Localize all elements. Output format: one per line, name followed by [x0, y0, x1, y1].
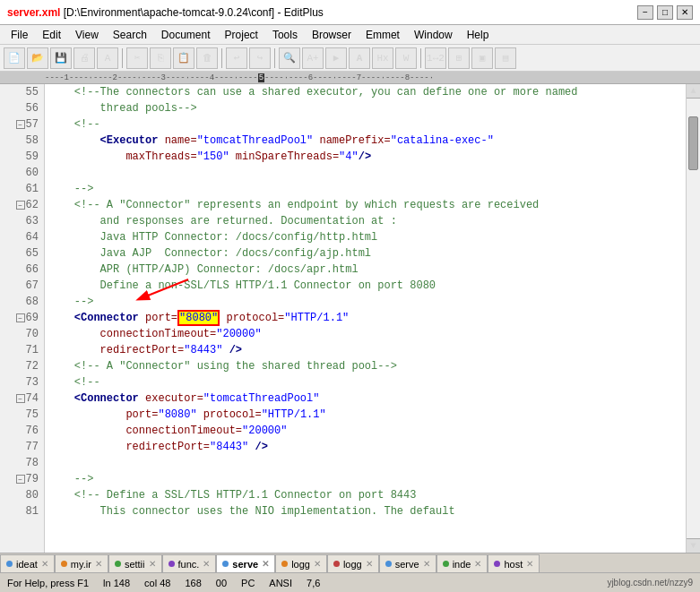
- tab-inde[interactable]: inde ✕: [436, 554, 488, 572]
- toolbar-btn-A[interactable]: A: [349, 47, 370, 69]
- menu-project[interactable]: Project: [218, 27, 265, 43]
- tab-close-logg2[interactable]: ✕: [366, 559, 373, 569]
- code-line-73[interactable]: <!--: [45, 374, 686, 390]
- menu-window[interactable]: Window: [407, 27, 460, 43]
- code-line-63[interactable]: and responses are returned. Documentatio…: [45, 213, 686, 229]
- redo-button[interactable]: ↪: [249, 47, 271, 69]
- code-line-69[interactable]: <Connector port="8080" protocol="HTTP/1.…: [45, 310, 686, 326]
- tab-settii[interactable]: settii ✕: [108, 554, 162, 572]
- code-line-60[interactable]: [45, 165, 686, 181]
- toolbar-btn-acd[interactable]: ⊞: [448, 47, 470, 69]
- paste-button[interactable]: 📋: [173, 47, 194, 69]
- code-line-64[interactable]: Java HTTP Connector: /docs/config/http.h…: [45, 229, 686, 245]
- minimize-button[interactable]: −: [637, 5, 653, 20]
- tab-close-serve2[interactable]: ✕: [423, 559, 430, 569]
- tab-close-myir[interactable]: ✕: [95, 559, 102, 569]
- code-line-68[interactable]: -->: [45, 294, 686, 310]
- code-line-76[interactable]: connectionTimeout="20000": [45, 423, 686, 439]
- save-file-button[interactable]: 💾: [50, 47, 72, 69]
- menu-search[interactable]: Search: [106, 27, 154, 43]
- status-logo: yjblog.csdn.net/nzzy9: [607, 578, 693, 588]
- code-line-77[interactable]: redirectPort="8443" />: [45, 439, 686, 455]
- open-file-button[interactable]: 📂: [27, 47, 48, 69]
- fold-57[interactable]: −: [16, 120, 25, 129]
- scroll-down-button[interactable]: ▼: [687, 538, 700, 553]
- tab-close-host[interactable]: ✕: [526, 559, 533, 569]
- cut-button[interactable]: ✂: [126, 47, 148, 69]
- tab-close-logg1[interactable]: ✕: [314, 559, 321, 569]
- code-line-75[interactable]: port="8080" protocol="HTTP/1.1": [45, 407, 686, 423]
- menu-document[interactable]: Document: [154, 27, 218, 43]
- tab-close-serve1[interactable]: ✕: [262, 559, 269, 569]
- fold-62[interactable]: −: [16, 201, 25, 210]
- undo-button[interactable]: ↩: [226, 47, 247, 69]
- code-line-66[interactable]: APR (HTTP/AJP) Connector: /docs/apr.html: [45, 262, 686, 278]
- toolbar-btn-W[interactable]: W: [395, 47, 417, 69]
- code-line-59[interactable]: maxThreads="150" minSpareThreads="4"/>: [45, 149, 686, 165]
- code-line-79[interactable]: -->: [45, 471, 686, 487]
- toolbar-btn-Hx[interactable]: Hx: [372, 47, 393, 69]
- code-line-78[interactable]: [45, 455, 686, 471]
- copy-button[interactable]: ⎘: [150, 47, 171, 69]
- tab-ideat[interactable]: ideat ✕: [0, 554, 55, 572]
- code-line-71[interactable]: redirectPort="8443" />: [45, 342, 686, 358]
- tab-logg2[interactable]: logg ✕: [327, 554, 379, 572]
- fold-74[interactable]: −: [16, 394, 25, 403]
- scroll-up-button[interactable]: ▲: [687, 84, 700, 99]
- tab-serve1[interactable]: serve ✕: [216, 554, 275, 572]
- tab-host[interactable]: host ✕: [488, 554, 540, 572]
- tab-close-settii[interactable]: ✕: [149, 559, 156, 569]
- tab-func[interactable]: func. ✕: [162, 554, 217, 572]
- tab-close-inde[interactable]: ✕: [474, 559, 481, 569]
- line-num-69: −69: [0, 310, 44, 326]
- search-replace-button[interactable]: A+: [302, 47, 324, 69]
- toolbar-btn5[interactable]: A: [97, 47, 118, 69]
- code-content-69: <Connector port="8080" protocol="HTTP/1.…: [48, 312, 349, 324]
- code-line-61[interactable]: -->: [45, 181, 686, 197]
- code-line-58[interactable]: <Executor name="tomcatThreadPool" namePr…: [45, 133, 686, 149]
- tab-close-func[interactable]: ✕: [203, 559, 210, 569]
- line-num-72: 72: [0, 358, 44, 374]
- toolbar-btn-12[interactable]: 1↔2: [425, 47, 446, 69]
- toolbar-btn-screen1[interactable]: ▣: [471, 47, 493, 69]
- line-num-79: −79: [0, 471, 44, 487]
- fold-79[interactable]: −: [16, 475, 25, 484]
- code-line-55[interactable]: <!--The connectors can use a shared exec…: [45, 84, 686, 100]
- window-controls[interactable]: − □ ✕: [637, 5, 693, 20]
- code-line-57[interactable]: <!--: [45, 116, 686, 133]
- print-button[interactable]: 🖨: [73, 47, 95, 69]
- menu-file[interactable]: File: [4, 27, 35, 43]
- code-area[interactable]: <!--The connectors can use a shared exec…: [45, 84, 686, 553]
- menu-tools[interactable]: Tools: [265, 27, 305, 43]
- search-button[interactable]: 🔍: [279, 47, 300, 69]
- tab-logg1[interactable]: logg ✕: [275, 554, 327, 572]
- menu-view[interactable]: View: [68, 27, 106, 43]
- vertical-scrollbar[interactable]: ▲ ▼: [686, 84, 700, 553]
- tab-close-ideat[interactable]: ✕: [41, 559, 48, 569]
- menu-edit[interactable]: Edit: [35, 27, 68, 43]
- filepath: [D:\Environment\apache-tomcat-9.0.24\con…: [64, 6, 324, 19]
- menu-help[interactable]: Help: [460, 27, 497, 43]
- toolbar-btn-go[interactable]: ▶: [325, 47, 347, 69]
- code-line-65[interactable]: Java AJP Connector: /docs/config/ajp.htm…: [45, 245, 686, 262]
- close-button[interactable]: ✕: [677, 5, 693, 20]
- tab-myir[interactable]: my.ir ✕: [55, 554, 108, 572]
- new-file-button[interactable]: 📄: [4, 47, 25, 69]
- code-line-56[interactable]: thread pools-->: [45, 100, 686, 116]
- code-line-62[interactable]: <!-- A "Connector" represents an endpoin…: [45, 197, 686, 213]
- fold-69[interactable]: −: [16, 313, 25, 322]
- code-line-74[interactable]: <Connector executor="tomcatThreadPool": [45, 390, 686, 407]
- delete-button[interactable]: 🗑: [196, 47, 218, 69]
- code-line-80[interactable]: <!-- Define a SSL/TLS HTTP/1.1 Connector…: [45, 487, 686, 503]
- code-line-81[interactable]: This connector uses the NIO implementati…: [45, 503, 686, 519]
- code-line-72[interactable]: <!-- A "Connector" using the shared thre…: [45, 358, 686, 374]
- menu-emmet[interactable]: Emmet: [359, 27, 407, 43]
- maximize-button[interactable]: □: [657, 5, 673, 20]
- code-line-70[interactable]: connectionTimeout="20000": [45, 326, 686, 342]
- code-content-66: APR (HTTP/AJP) Connector: /docs/apr.html: [48, 263, 359, 276]
- menu-browser[interactable]: Browser: [305, 27, 359, 43]
- scroll-thumb[interactable]: [688, 116, 698, 170]
- toolbar-btn-screen2[interactable]: ▤: [495, 47, 516, 69]
- tab-serve2[interactable]: serve ✕: [379, 554, 436, 572]
- code-line-67[interactable]: Define a non-SSL/TLS HTTP/1.1 Connector …: [45, 278, 686, 294]
